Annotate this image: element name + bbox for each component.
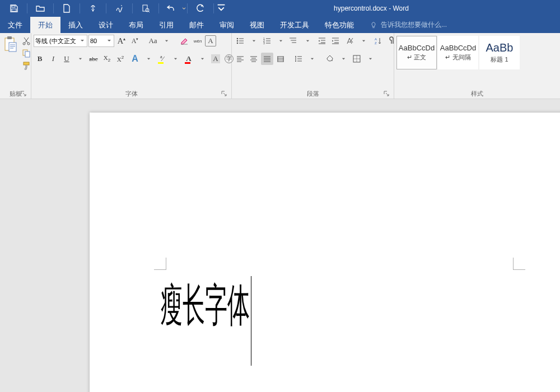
cut-icon[interactable]	[21, 36, 31, 46]
bold-button[interactable]: B	[34, 53, 46, 65]
svg-rect-10	[25, 52, 30, 57]
ribbon-tabs: 文件 开始 插入 设计 布局 引用 邮件 审阅 视图 开发工具 特色功能 告诉我…	[0, 17, 560, 33]
touch-mode-icon[interactable]	[81, 0, 105, 17]
paste-button[interactable]	[2, 35, 19, 53]
numbering-dropdown[interactable]	[274, 35, 287, 47]
font-size-selector[interactable]: 80	[88, 35, 114, 47]
svg-point-13	[237, 40, 239, 42]
line-spacing-dropdown[interactable]	[306, 53, 318, 65]
underline-dropdown[interactable]	[74, 53, 86, 65]
svg-rect-0	[12, 6, 15, 7]
change-case-button[interactable]: Aa	[147, 35, 159, 47]
highlight-button[interactable]: ª⁄	[156, 53, 168, 65]
tab-layout[interactable]: 布局	[121, 17, 151, 33]
tab-special[interactable]: 特色功能	[317, 17, 362, 33]
quick-access-toolbar	[0, 0, 227, 17]
font-name-value: 等线 (中文正文	[35, 37, 79, 45]
save-icon[interactable]	[2, 0, 26, 17]
title-bar: hypercontrol.docx - Word	[0, 0, 560, 17]
style-name: ↵ 无间隔	[445, 53, 470, 62]
font-size-value: 80	[90, 38, 106, 44]
font-name-selector[interactable]: 等线 (中文正文	[34, 35, 87, 47]
tab-file[interactable]: 文件	[0, 17, 30, 33]
decrease-indent-button[interactable]	[316, 35, 328, 47]
tab-home[interactable]: 开始	[30, 17, 60, 33]
font-group-label: 字体	[125, 90, 138, 98]
borders-dropdown[interactable]	[364, 53, 376, 65]
tab-review[interactable]: 审阅	[212, 17, 242, 33]
svg-point-12	[237, 38, 239, 40]
qat-customize-icon[interactable]	[215, 0, 227, 17]
paragraph-group-label: 段落	[307, 90, 319, 98]
print-preview-icon[interactable]	[134, 0, 157, 17]
numbering-button[interactable]: 123	[261, 35, 273, 47]
document-area[interactable]: 瘦长字体	[0, 99, 560, 392]
italic-button[interactable]: I	[47, 53, 59, 65]
redo-icon[interactable]	[189, 0, 212, 17]
bullets-button[interactable]	[234, 35, 246, 47]
font-color-button[interactable]: A	[183, 53, 195, 65]
undo-icon[interactable]	[160, 0, 181, 17]
text-effects-dropdown[interactable]	[142, 53, 155, 65]
svg-point-20	[292, 42, 293, 43]
style-preview: AaBb	[486, 41, 514, 54]
undo-dropdown-icon[interactable]	[181, 0, 186, 17]
superscript-button[interactable]: X2	[114, 53, 127, 65]
style-normal[interactable]: AaBbCcDd ↵ 正文	[396, 36, 437, 69]
paragraph-launcher-icon[interactable]	[383, 91, 390, 97]
font-launcher-icon[interactable]	[221, 91, 227, 97]
svg-rect-2	[143, 5, 147, 11]
format-painter-icon[interactable]	[21, 60, 31, 71]
align-center-button[interactable]	[248, 53, 260, 65]
shading-button[interactable]	[324, 53, 336, 65]
sort-button[interactable]: AZ	[372, 35, 384, 47]
tab-mailings[interactable]: 邮件	[181, 17, 212, 33]
phonetic-guide-button[interactable]: wén	[192, 35, 204, 47]
open-icon[interactable]	[29, 0, 52, 17]
svg-point-14	[237, 43, 239, 44]
asian-layout-dropdown[interactable]	[357, 35, 370, 47]
borders-button[interactable]	[351, 53, 363, 65]
clear-formatting-button[interactable]	[178, 35, 190, 47]
margin-corner-top-left	[154, 258, 166, 270]
align-left-button[interactable]	[234, 53, 246, 65]
increase-indent-button[interactable]	[329, 35, 342, 47]
bullets-dropdown[interactable]	[248, 35, 260, 47]
svg-text:3: 3	[263, 41, 265, 45]
text-effects-button[interactable]: A	[129, 53, 141, 65]
align-distribute-button[interactable]	[274, 53, 287, 65]
style-heading-1[interactable]: AaBb 标题 1	[479, 36, 520, 69]
shrink-font-button[interactable]: A▾	[129, 35, 141, 47]
character-shading-button[interactable]: A	[209, 53, 222, 65]
subscript-button[interactable]: X2	[101, 53, 113, 65]
multilevel-list-button[interactable]	[288, 35, 300, 47]
tab-insert[interactable]: 插入	[60, 17, 91, 33]
svg-point-19	[291, 40, 292, 41]
shading-dropdown[interactable]	[337, 53, 349, 65]
asian-layout-button[interactable]	[344, 35, 356, 47]
tab-references[interactable]: 引用	[151, 17, 181, 33]
line-spacing-button[interactable]	[292, 53, 305, 65]
style-no-spacing[interactable]: AaBbCcDd ↵ 无间隔	[438, 36, 478, 69]
font-color-dropdown[interactable]	[196, 53, 208, 65]
copy-icon[interactable]	[21, 48, 31, 58]
tell-me-search[interactable]: 告诉我您想要做什么...	[362, 17, 447, 33]
tab-developer[interactable]: 开发工具	[272, 17, 317, 33]
chevron-down-icon	[106, 39, 113, 43]
tab-view[interactable]: 视图	[242, 17, 272, 33]
new-document-icon[interactable]	[55, 0, 78, 17]
document-text[interactable]: 瘦长字体	[160, 278, 250, 332]
change-case-dropdown[interactable]	[160, 35, 172, 47]
character-border-button[interactable]: A	[205, 35, 216, 46]
align-justify-button[interactable]	[261, 53, 273, 65]
tab-design[interactable]: 设计	[91, 17, 121, 33]
highlight-dropdown[interactable]	[169, 53, 181, 65]
strikethrough-button[interactable]: abc	[87, 53, 100, 65]
grow-font-button[interactable]: A▴	[115, 35, 128, 47]
clipboard-launcher-icon[interactable]	[20, 91, 27, 97]
underline-button[interactable]: U	[60, 53, 73, 65]
svg-rect-1	[12, 9, 16, 11]
page[interactable]	[90, 113, 560, 392]
draw-icon[interactable]	[108, 0, 131, 17]
multilevel-dropdown[interactable]	[301, 35, 314, 47]
